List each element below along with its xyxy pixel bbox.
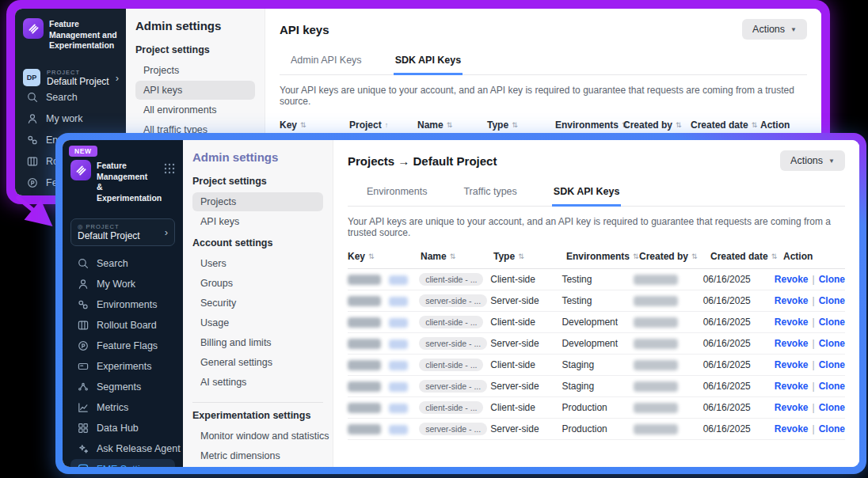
tab-admin-api-keys[interactable]: Admin API Keys bbox=[289, 48, 364, 74]
blurred-created-by bbox=[634, 275, 678, 285]
column-header-created-date[interactable]: Created date⇅ bbox=[710, 251, 783, 262]
sort-icon[interactable]: ⇅ bbox=[450, 252, 456, 260]
clone-link[interactable]: Clone bbox=[819, 402, 845, 413]
sidebar-item-search[interactable]: Search bbox=[23, 87, 118, 108]
sidebar-item-my-work[interactable]: My work bbox=[23, 108, 118, 130]
sidebar-item-experiments[interactable]: Experiments bbox=[70, 356, 175, 377]
sort-icon[interactable]: ⇅ bbox=[518, 252, 524, 260]
sidebar-item-fme-settings[interactable]: FME Settings bbox=[70, 459, 175, 467]
column-header-created-by[interactable]: Created by⇅ bbox=[639, 251, 710, 262]
table-row: client-side - ...Client-sideStaging06/16… bbox=[348, 355, 845, 376]
revoke-link[interactable]: Revoke bbox=[775, 359, 809, 370]
settings-item-billing-and-limits[interactable]: Billing and limits bbox=[192, 333, 323, 352]
sidebar-item-segments[interactable]: Segments bbox=[70, 377, 175, 397]
clone-link[interactable]: Clone bbox=[819, 295, 845, 306]
tab-sdk-api-keys[interactable]: SDK API Keys bbox=[394, 48, 463, 75]
cell-name: client-side - ... bbox=[419, 274, 490, 285]
revoke-link[interactable]: Revoke bbox=[775, 317, 809, 328]
settings-item-metric-dimensions[interactable]: Metric dimensions bbox=[192, 446, 323, 465]
new-project-selector[interactable]: ◎ PROJECT Default Project › bbox=[70, 218, 175, 246]
column-header-type[interactable]: Type⇅ bbox=[493, 251, 566, 262]
revoke-link[interactable]: Revoke bbox=[775, 402, 809, 413]
tab-sdk-api-keys[interactable]: SDK API Keys bbox=[552, 180, 622, 207]
page-title: API keys bbox=[280, 23, 329, 36]
metrics-icon bbox=[77, 401, 89, 414]
sort-icon[interactable]: ⇅ bbox=[691, 252, 698, 260]
sort-icon[interactable]: ⇅ bbox=[300, 121, 306, 129]
sidebar-item-label: Segments bbox=[97, 381, 141, 393]
blurred-created-by bbox=[634, 424, 678, 434]
settings-item-all-environments[interactable]: All environments bbox=[135, 101, 255, 120]
column-header-environments[interactable]: Environments⇅ bbox=[566, 251, 639, 262]
column-label: Type bbox=[493, 251, 515, 262]
key-name-pill: server-side - ... bbox=[419, 423, 487, 435]
sort-icon[interactable]: ⇅ bbox=[368, 252, 375, 260]
column-header-name[interactable]: Name⇅ bbox=[417, 120, 487, 131]
revoke-link[interactable]: Revoke bbox=[775, 274, 809, 285]
settings-item-api-keys[interactable]: API keys bbox=[192, 212, 323, 231]
settings-item-projects[interactable]: Projects bbox=[135, 61, 255, 80]
sidebar-item-environments[interactable]: Environments bbox=[70, 294, 175, 315]
key-name-pill: server-side - ... bbox=[419, 337, 487, 350]
column-header-type[interactable]: Type⇅ bbox=[487, 120, 555, 131]
settings-item-general-settings[interactable]: General settings bbox=[192, 353, 323, 372]
revoke-link[interactable]: Revoke bbox=[775, 295, 809, 306]
sidebar-item-search[interactable]: Search bbox=[70, 253, 175, 274]
revoke-link[interactable]: Revoke bbox=[775, 423, 809, 434]
search-icon bbox=[26, 91, 39, 104]
column-header-created-date[interactable]: Created date⇅ bbox=[691, 120, 760, 131]
clone-link[interactable]: Clone bbox=[819, 317, 845, 328]
sort-icon[interactable]: ⇅ bbox=[771, 252, 778, 260]
composite-stage: Feature Management and Experimentation D… bbox=[0, 0, 868, 478]
blurred-copy-chip bbox=[389, 297, 408, 306]
clone-link[interactable]: Clone bbox=[819, 381, 845, 392]
column-header-key[interactable]: Key⇅ bbox=[348, 251, 421, 262]
sort-icon[interactable]: ⇅ bbox=[447, 121, 453, 129]
sidebar-item-metrics[interactable]: Metrics bbox=[70, 397, 175, 418]
old-project-selector[interactable]: DP PROJECT Default Project › bbox=[23, 69, 118, 87]
blurred-created-by bbox=[634, 296, 678, 306]
settings-item-usage[interactable]: Usage bbox=[192, 313, 323, 332]
settings-item-security[interactable]: Security bbox=[192, 294, 323, 313]
clone-link[interactable]: Clone bbox=[819, 423, 845, 434]
sort-icon[interactable]: ⇅ bbox=[752, 121, 758, 129]
settings-item-users[interactable]: Users bbox=[192, 254, 323, 273]
settings-item-projects[interactable]: Projects bbox=[192, 192, 323, 211]
actions-button[interactable]: Actions ▼ bbox=[742, 19, 807, 40]
settings-item-ai-settings[interactable]: AI settings bbox=[192, 373, 323, 392]
table-row: client-side - ...Client-sideDevelopment0… bbox=[348, 312, 845, 333]
column-header-name[interactable]: Name⇅ bbox=[421, 251, 493, 262]
clone-link[interactable]: Clone bbox=[819, 274, 845, 285]
settings-item-api-keys[interactable]: API keys bbox=[135, 81, 255, 100]
clone-link[interactable]: Clone bbox=[819, 338, 845, 349]
sidebar-item-label: Search bbox=[97, 258, 128, 269]
sidebar-item-ask-release-agent[interactable]: Ask Release Agent bbox=[70, 438, 175, 459]
revoke-link[interactable]: Revoke bbox=[775, 338, 809, 349]
tab-traffic-types[interactable]: Traffic types bbox=[462, 180, 518, 206]
sort-icon[interactable]: ⇅ bbox=[512, 121, 518, 129]
tab-environments[interactable]: Environments bbox=[365, 180, 428, 206]
app-launcher-icon[interactable] bbox=[164, 163, 175, 174]
column-header-key[interactable]: Key⇅ bbox=[280, 120, 349, 131]
sort-icon[interactable]: ⇅ bbox=[633, 252, 639, 260]
sidebar-item-label: Rollout Board bbox=[97, 320, 157, 331]
actions-button[interactable]: Actions ▼ bbox=[780, 150, 845, 171]
sidebar-item-my-work[interactable]: My Work bbox=[70, 274, 175, 294]
blurred-copy-chip bbox=[389, 404, 408, 413]
clone-link[interactable]: Clone bbox=[819, 359, 845, 370]
column-header-environments[interactable]: Environments⇅ bbox=[555, 120, 623, 131]
key-name-pill: client-side - ... bbox=[419, 358, 483, 371]
column-header-created-by[interactable]: Created by⇅ bbox=[623, 120, 691, 131]
sort-icon[interactable]: ↑ bbox=[385, 121, 389, 129]
blurred-created-by bbox=[634, 339, 678, 349]
sidebar-item-rollout-board[interactable]: Rollout Board bbox=[70, 315, 175, 336]
revoke-link[interactable]: Revoke bbox=[775, 381, 809, 392]
sidebar-item-data-hub[interactable]: Data Hub bbox=[70, 418, 175, 438]
rollout-board-icon bbox=[77, 319, 89, 332]
sidebar-item-label: My work bbox=[46, 113, 83, 124]
settings-item-monitor-window-and-statistics[interactable]: Monitor window and statistics bbox=[192, 427, 323, 446]
sidebar-item-feature-flags[interactable]: Feature Flags bbox=[70, 336, 175, 356]
sort-icon[interactable]: ⇅ bbox=[676, 121, 682, 129]
settings-item-groups[interactable]: Groups bbox=[192, 274, 323, 293]
column-header-project[interactable]: Project↑ bbox=[349, 120, 417, 131]
